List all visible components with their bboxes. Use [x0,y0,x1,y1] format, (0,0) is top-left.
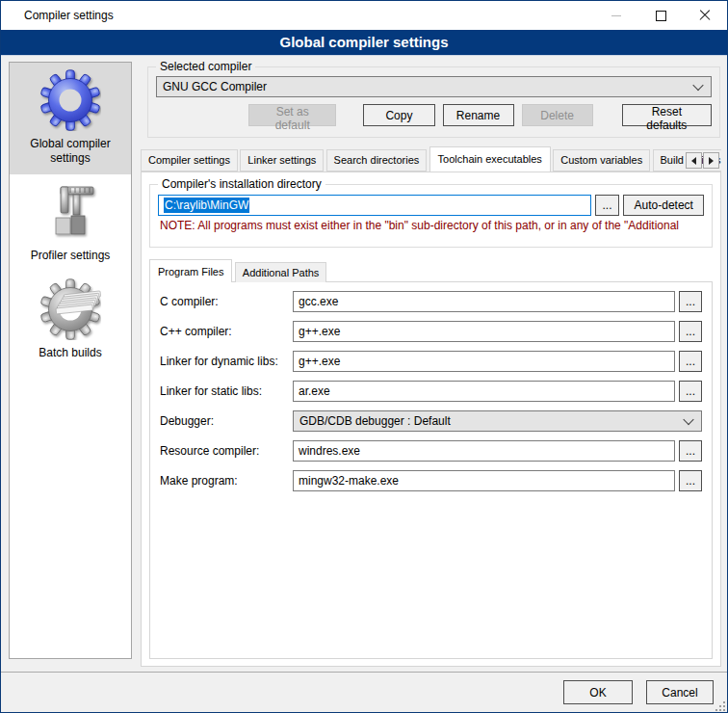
browse-button[interactable]: ... [679,470,702,491]
rename-button[interactable]: Rename [443,104,514,126]
selected-compiler-group: Selected compiler GNU GCC Compiler Set a… [147,66,720,138]
tab-toolchain-executables[interactable]: Toolchain executables [429,146,551,172]
subtab-additional-paths[interactable]: Additional Paths [235,262,327,282]
settings-tabstrip: Compiler settings Linker settings Search… [141,146,721,172]
dialog-footer: OK Cancel [1,672,727,712]
tab-scroll-arrows [686,152,719,169]
field-value: mingw32-make.exe [299,474,399,488]
browse-button[interactable]: ... [679,291,702,312]
linker-dynamic-input[interactable]: g++.exe [293,351,675,372]
resource-compiler-input[interactable]: windres.exe [293,440,675,462]
sidebar-item-label: Global compiler settings [12,137,129,166]
field-row-resource-compiler: Resource compiler: windres.exe ... [160,440,702,462]
installation-directory-input[interactable]: C:\raylib\MinGW [158,195,591,216]
settings-category-list: Global compiler settings Profiler settin… [9,62,132,659]
maximize-button[interactable] [638,1,683,30]
chevron-down-icon [692,80,703,91]
installation-directory-row: C:\raylib\MinGW ... Auto-detect [158,195,704,216]
sidebar-item-profiler-settings[interactable]: Profiler settings [10,174,131,272]
compiler-buttons-row: Set as default Copy Rename Delete Reset … [148,104,719,126]
set-as-default-button[interactable]: Set as default [248,104,336,126]
maximize-icon [656,11,666,21]
arrow-right-icon [709,157,714,165]
page-title: Global compiler settings [1,30,727,56]
installation-directory-group: Compiler's installation directory C:\ray… [149,184,713,248]
browse-button[interactable]: ... [679,440,702,462]
field-row-cpp-compiler: C++ compiler: g++.exe ... [160,321,702,342]
ok-button[interactable]: OK [563,680,633,704]
caliper-icon [39,181,101,243]
installation-directory-value: C:\raylib\MinGW [164,198,249,213]
close-icon [699,10,711,21]
make-program-input[interactable]: mingw32-make.exe [293,470,675,491]
titlebar: Compiler settings [1,1,727,30]
field-label: C compiler: [160,295,293,308]
compiler-settings-dialog: Compiler settings Global compiler settin… [0,0,728,713]
close-button[interactable] [683,1,727,30]
tab-search-directories[interactable]: Search directories [326,149,428,172]
browse-button[interactable]: ... [679,381,702,402]
field-row-linker-static: Linker for static libs: ar.exe ... [160,381,702,402]
group-label: Compiler's installation directory [158,177,325,191]
arrow-left-icon [691,157,696,165]
debugger-select[interactable]: GDB/CDB debugger : Default [293,410,702,432]
field-label: Make program: [160,474,293,488]
browse-button[interactable]: ... [679,351,702,372]
minimize-icon [611,15,621,16]
window-title: Compiler settings [1,9,114,22]
field-label: Linker for dynamic libs: [160,355,293,368]
subtab-program-files[interactable]: Program Files [149,259,232,282]
compiler-select[interactable]: GNU GCC Compiler [156,76,712,97]
program-files-page: C compiler: gcc.exe ... C++ compiler: g+… [149,281,713,659]
field-value: GDB/CDB debugger : Default [299,414,451,428]
gray-gear-stack-icon [39,278,101,340]
tab-compiler-settings[interactable]: Compiler settings [141,149,238,172]
sidebar-item-batch-builds[interactable]: Batch builds [10,272,131,369]
auto-detect-button[interactable]: Auto-detect [623,195,704,216]
tab-scroll-right-button[interactable] [703,152,719,169]
caption-buttons [594,1,727,30]
main-panel: Selected compiler GNU GCC Compiler Set a… [141,61,721,666]
field-row-debugger: Debugger: GDB/CDB debugger : Default [160,410,702,432]
tab-linker-settings[interactable]: Linker settings [240,149,324,172]
sidebar-item-label: Batch builds [12,346,129,360]
chevron-down-icon [683,414,693,425]
note-text: NOTE: All programs must exist either in … [160,219,712,232]
blue-gear-icon [39,69,101,131]
field-label: C++ compiler: [160,325,293,338]
resize-grip-icon[interactable] [715,700,725,710]
field-value: ar.exe [299,384,330,398]
delete-button[interactable]: Delete [522,104,593,126]
browse-directory-button[interactable]: ... [595,195,620,216]
reset-defaults-button[interactable]: Reset defaults [622,104,712,126]
group-label: Selected compiler [156,60,255,73]
sidebar-item-global-compiler-settings[interactable]: Global compiler settings [10,63,131,174]
cpp-compiler-input[interactable]: g++.exe [293,321,675,342]
linker-static-input[interactable]: ar.exe [293,381,675,402]
minimize-button[interactable] [594,1,638,30]
field-value: gcc.exe [299,295,338,308]
copy-button[interactable]: Copy [363,104,434,126]
c-compiler-input[interactable]: gcc.exe [293,291,675,312]
field-value: g++.exe [299,355,340,368]
cancel-button[interactable]: Cancel [646,680,714,704]
field-label: Resource compiler: [160,444,293,458]
field-row-make-program: Make program: mingw32-make.exe ... [160,470,702,491]
field-value: g++.exe [299,325,340,338]
field-label: Linker for static libs: [160,384,293,398]
sidebar-item-label: Profiler settings [12,249,129,263]
field-row-c-compiler: C compiler: gcc.exe ... [160,291,702,312]
tab-custom-variables[interactable]: Custom variables [553,149,650,172]
program-files-tabstrip: Program Files Additional Paths [149,259,713,282]
toolchain-executables-page: Compiler's installation directory C:\ray… [141,172,721,667]
tab-scroll-left-button[interactable] [686,152,702,169]
field-row-linker-dynamic: Linker for dynamic libs: g++.exe ... [160,351,702,372]
compiler-select-value: GNU GCC Compiler [163,80,267,93]
field-label: Debugger: [160,414,293,428]
browse-button[interactable]: ... [679,321,702,342]
field-value: windres.exe [299,444,360,458]
